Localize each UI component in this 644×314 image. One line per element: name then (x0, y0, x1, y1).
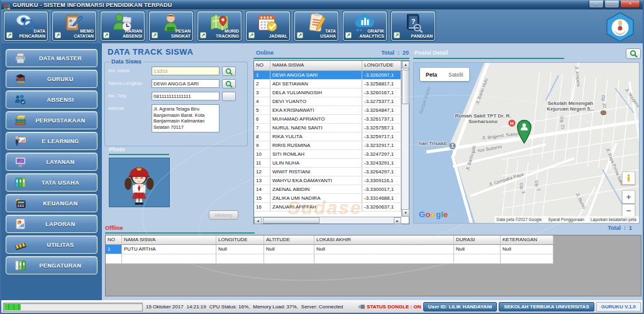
sidebar-item-tata-usaha[interactable]: TATA USAHA (6, 173, 97, 192)
search-button[interactable] (222, 67, 236, 76)
school-icon (600, 107, 607, 118)
sidebar-item-label: LAPORAN (26, 221, 97, 227)
offline-underline (105, 232, 255, 234)
scroll-down-icon[interactable]: ▼ (402, 209, 409, 217)
offline-cell (501, 254, 553, 264)
toolbar-button-grafik-analytics[interactable]: GRAFIK ANALYTICS (343, 11, 387, 41)
online-table-row[interactable]: 10SITI ROMLAH-3.3247297,1 (254, 150, 401, 159)
map-tab-satelit[interactable]: Satelit (443, 72, 469, 78)
online-table-row[interactable]: 8RIKA YULITA-3.3259717,1 (254, 133, 401, 141)
toolbar-button-murid-tracking[interactable]: MURID TRACKING (197, 11, 242, 41)
map[interactable]: Peta Satelit Sungai Barito Jl. Barito Hu… (413, 62, 640, 224)
online-table-row[interactable]: 15ZALIKA UMI NADIRA-3.3314688,1 (254, 194, 401, 203)
no-telp-field[interactable] (152, 92, 219, 100)
field-label: No. Telp (108, 92, 147, 99)
sidebar-item-laporan[interactable]: LAPORAN (6, 215, 97, 233)
terms-link[interactable]: Syarat Penggunaan (548, 217, 584, 222)
poi-label-han-trisakti[interactable]: han Trisakti (414, 141, 452, 146)
zoom-out-button[interactable]: − (622, 204, 635, 217)
no-induk-field[interactable] (152, 67, 219, 75)
online-vertical-scrollbar[interactable]: ▲ ▼ (401, 61, 409, 217)
online-table-row[interactable]: 16ZANUARI AFIFFAH-3.3260637,1 (254, 203, 401, 212)
app-icon (4, 2, 10, 8)
offline-cell (264, 254, 314, 264)
online-cell: -3.3259717,1 (362, 133, 401, 141)
sidebar-item-e-learning[interactable]: E LEARNING (6, 132, 97, 150)
offline-cell (216, 254, 264, 264)
online-table-row[interactable]: 9RIRIS RUSMINA-3.3232917,1 (254, 141, 401, 150)
online-cell: 4 (254, 97, 270, 106)
online-table-row[interactable]: 6MUHAMAD AFRIANTO-3.3261737,1 (254, 115, 401, 124)
toolbar-button-pesan-singkat[interactable]: PESAN SINGKAT (149, 11, 193, 41)
sidebar-item-perpustakaan[interactable]: PERPUSTAKAAN (6, 111, 97, 129)
progress-bar (3, 303, 143, 311)
sidebar-item-keuangan[interactable]: KEUANGAN (6, 194, 97, 212)
user-id-panel: User ID: LILIK HANDAYANI (423, 302, 497, 311)
toolbar-button-tata-usaha[interactable]: TATA USAHA (294, 11, 338, 41)
toolbar-button-jadwal[interactable]: JADWAL (246, 11, 290, 41)
alamat-field[interactable]: Jl. Agraria Telaga Biru Banjarmasin Bara… (152, 104, 219, 133)
online-table-row[interactable]: 14ZAENAL ABIDIN-3.3300017,1 (254, 185, 401, 194)
online-table-row[interactable]: 11ULIN NUHA-3.3243291,1 (254, 159, 401, 168)
online-table-row[interactable]: 12WIWIT RISTIANI-3.3264297,1 (254, 168, 401, 176)
report-error-link[interactable]: Laporkan kesalahan peta (591, 217, 636, 222)
online-cell: DEVI YUANTO (270, 97, 362, 106)
online-table-row[interactable]: 13WAHYU EKA DAMAYANTI-3.3309116,1 (254, 176, 401, 185)
sidebar-item-layanan[interactable]: LAYANAN (6, 153, 97, 171)
online-cell: 9 (254, 141, 270, 149)
search-button[interactable] (222, 79, 236, 89)
online-cell: -3.3300017,1 (362, 185, 401, 193)
online-table-row[interactable]: 3DELA YULIANINGSIH-3.3260167,1 (254, 89, 401, 97)
offline-column-header: DURASI (454, 236, 501, 244)
poi-label-sekolah-menengah-kejuruan-negeri-5[interactable]: Sekolah Menengah Kejuruan Negeri 5... (537, 100, 604, 112)
toolbar-button-label: PANDUAN (411, 34, 433, 39)
scrollbar-thumb[interactable] (402, 70, 409, 104)
scroll-right-icon[interactable]: ► (394, 217, 401, 224)
sidebar-item-guruku[interactable]: GURUKU (6, 70, 97, 88)
online-cell: 15 (254, 194, 270, 202)
online-table-row[interactable]: 5EKA KRISNAWATI-3.3264847,1 (254, 106, 401, 115)
pegman-control[interactable] (622, 171, 635, 185)
sidebar-item-utilitas[interactable]: UTILITAS (6, 236, 97, 254)
offline-cell (106, 254, 122, 264)
usb-icon (358, 305, 365, 309)
field-colon-separator: : (147, 92, 152, 99)
maximize-button[interactable]: □ (604, 1, 619, 8)
online-table-row[interactable]: 2ADI SETIAWAN-3.3258817,1 (254, 80, 401, 89)
scroll-up-icon[interactable]: ▲ (402, 61, 409, 68)
online-cell: DEWI ANGGA SARI (270, 71, 362, 79)
toolbar-button-harian-absensi[interactable]: HARIAN ABSENSI (101, 11, 145, 41)
scrollbar-thumb[interactable] (263, 217, 319, 224)
toolbar-button-panduan[interactable]: ?PANDUAN (391, 11, 435, 41)
toolbar: DATA PENCARIANMEMO CATATANHARIAN ABSENSI… (1, 9, 643, 43)
form-row-no-induk: No. Induk: (108, 67, 244, 76)
online-cell: 16 (254, 203, 270, 211)
offline-table-row[interactable]: 1PUTU ARTHANullNullNullNullNull (106, 245, 553, 254)
student-location-marker[interactable] (516, 119, 533, 144)
school-panel: SEKOLAH TERBUKA UNIVERSITAS (499, 302, 594, 311)
offline-column-header: KETERANGAN (501, 236, 553, 244)
sidebar-item-data-master[interactable]: DATA MASTER (6, 49, 97, 67)
online-column-header: NAMA SISWA (270, 61, 362, 70)
scroll-left-icon[interactable]: ◄ (254, 217, 262, 224)
sidebar-item-pengaturan[interactable]: PENGATURAN (6, 256, 97, 274)
online-table-row[interactable]: 4DEVI YUANTO-3.3275377,1 (254, 97, 401, 106)
online-table-row[interactable]: 1DEWI ANGGA SARI-3.3262097,1 (254, 71, 401, 80)
svg-text:H: H (510, 121, 513, 126)
zoom-in-button[interactable]: + (622, 190, 635, 203)
map-search-button[interactable] (626, 48, 641, 59)
sidebar-item-absensi[interactable]: ABSENSI (6, 90, 97, 109)
browse-button[interactable] (222, 92, 236, 101)
map-tab-peta[interactable]: Peta (420, 72, 443, 78)
close-button[interactable]: × (620, 1, 640, 8)
online-table-row[interactable]: 7NURUL NAENI SANTI-3.3257557,1 (254, 124, 401, 133)
toolbar-button-memo-catatan[interactable]: MEMO CATATAN (52, 11, 96, 41)
groupbox-legend: Data Siswa (109, 58, 143, 65)
nama-lengkap-field[interactable] (152, 79, 219, 88)
minimize-button[interactable]: – (589, 1, 604, 8)
toolbar-button-data-pencarian[interactable]: DATA PENCARIAN (4, 11, 48, 41)
history-button[interactable]: History (209, 210, 238, 220)
dongle-status: STATUS DONGLE : ON (358, 304, 421, 310)
online-horizontal-scrollbar[interactable]: ◄ ► (254, 217, 401, 224)
poi-label-rumah-sakit-tpt-dr-r-soeharsono[interactable]: Rumah Sakit TPT Dr. R. Soeharsono (450, 113, 516, 124)
